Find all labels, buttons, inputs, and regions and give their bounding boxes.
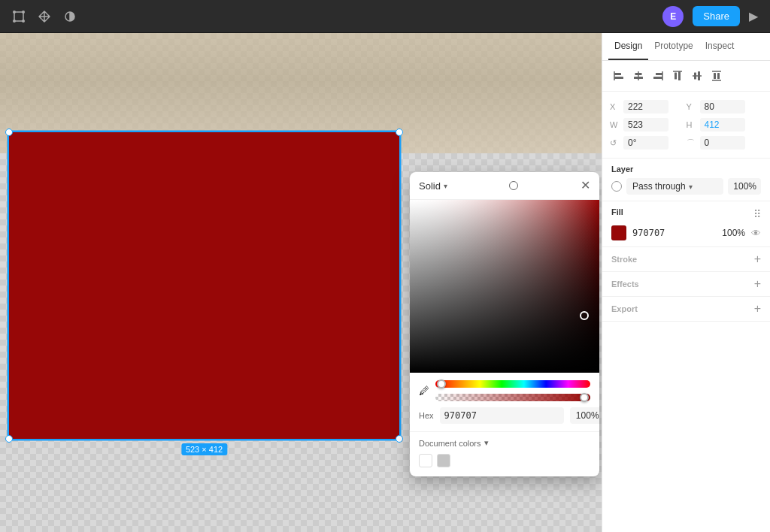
eyedropper-icon[interactable]: 🖉 [419, 385, 429, 397]
transform-icon[interactable] [12, 10, 26, 23]
prop-corner-label: ⌒ [687, 138, 697, 149]
slider-row [435, 380, 590, 401]
user-avatar: E [662, 6, 684, 27]
distribute-v-icon[interactable] [708, 67, 726, 85]
fill-section: Fill ⠿ 970707 100% 👁 [602, 201, 770, 247]
blend-mode-label: Pass through [632, 181, 686, 192]
picker-opacity-circle [509, 181, 518, 190]
fill-row: 970707 100% 👁 [611, 225, 761, 240]
prop-rotation-input[interactable] [623, 136, 668, 150]
hue-slider[interactable] [435, 380, 590, 388]
share-button[interactable]: Share [693, 6, 740, 26]
gradient-thumb[interactable] [580, 311, 589, 320]
prop-y: Y [687, 98, 763, 116]
panel-tabs: Design Prototype Inspect [602, 33, 770, 61]
svg-rect-7 [614, 77, 623, 79]
svg-rect-6 [614, 73, 621, 75]
layer-section: Layer Pass through ▾ 100% [602, 159, 770, 201]
swatch-white[interactable] [419, 454, 432, 467]
blend-chevron-icon: ▾ [689, 183, 693, 191]
handle-top-right[interactable] [396, 128, 403, 136]
play-button[interactable]: ▶ [749, 9, 758, 23]
fill-section-header: Fill ⠿ [611, 207, 761, 221]
swatch-gray[interactable] [437, 454, 450, 467]
prop-h: H [687, 116, 763, 134]
opacity-input[interactable] [570, 407, 599, 424]
toolbar-left [12, 10, 77, 23]
prop-x-label: X [610, 102, 620, 111]
doc-colors-chevron-icon: ▾ [484, 438, 489, 448]
move-icon[interactable] [38, 10, 51, 23]
fill-title: Fill [611, 207, 623, 216]
stroke-add-icon[interactable]: + [754, 253, 761, 265]
prop-rotation-label: ↺ [610, 138, 620, 148]
svg-point-1 [13, 11, 16, 14]
effects-add-icon[interactable]: + [754, 278, 761, 290]
fill-visibility-icon[interactable]: 👁 [751, 228, 761, 239]
blend-mode-selector[interactable]: Pass through ▾ [626, 178, 723, 195]
align-left-icon[interactable] [610, 67, 628, 85]
blend-mode-icon [611, 181, 622, 192]
layer-opacity-value[interactable]: 100% [728, 178, 761, 195]
export-section: Export + [602, 297, 770, 322]
svg-point-4 [22, 20, 25, 23]
prop-corner-input[interactable] [700, 136, 745, 150]
effects-header: Effects + [611, 278, 761, 290]
export-add-icon[interactable]: + [754, 303, 761, 315]
tab-design[interactable]: Design [608, 33, 648, 60]
handle-bottom-left[interactable] [5, 435, 13, 443]
prop-h-input[interactable] [700, 118, 745, 131]
prop-y-input[interactable] [700, 100, 745, 113]
hex-input[interactable] [440, 407, 564, 424]
stroke-section: Stroke + [602, 247, 770, 272]
align-right-icon[interactable] [649, 67, 667, 85]
prop-w: W [610, 116, 687, 134]
prop-w-input[interactable] [623, 118, 668, 131]
handle-bottom-right[interactable] [396, 435, 403, 443]
fill-more-icon[interactable]: ⠿ [753, 208, 761, 220]
handle-top-left[interactable] [5, 128, 13, 136]
doc-colors-label[interactable]: Document colors ▾ [419, 438, 590, 448]
align-center-h-icon[interactable] [629, 67, 647, 85]
stroke-title: Stroke [611, 255, 637, 264]
right-panel: Design Prototype Inspect [602, 33, 770, 532]
prop-x: X [610, 98, 687, 116]
hex-row: Hex [419, 407, 590, 424]
hue-thumb[interactable] [437, 379, 446, 388]
prop-w-label: W [610, 120, 620, 129]
effects-title: Effects [611, 280, 639, 289]
tab-prototype[interactable]: Prototype [648, 33, 699, 60]
contrast-icon[interactable] [63, 10, 77, 23]
prop-h-label: H [687, 120, 697, 129]
fill-color-swatch[interactable] [611, 225, 626, 240]
canvas-area[interactable]: 523 × 412 Solid ▾ ✕ 🖉 [0, 33, 602, 532]
opacity-slider[interactable] [435, 394, 590, 401]
selected-element[interactable]: 523 × 412 [8, 131, 401, 440]
picker-close-button[interactable]: ✕ [581, 180, 590, 192]
picker-sliders: 🖉 Hex [410, 373, 599, 431]
picker-tools: 🖉 [419, 380, 590, 401]
layer-title: Layer [611, 165, 761, 174]
picker-type-chevron-icon: ▾ [444, 182, 447, 190]
doc-colors-section: Document colors ▾ [410, 431, 599, 476]
prop-rotation: ↺ [610, 134, 687, 152]
svg-rect-22 [717, 73, 720, 79]
prop-y-label: Y [687, 102, 697, 111]
effects-section: Effects + [602, 272, 770, 297]
export-title: Export [611, 304, 638, 313]
prop-x-input[interactable] [623, 100, 668, 113]
align-middle-icon[interactable] [688, 67, 706, 85]
svg-rect-13 [653, 77, 662, 79]
hex-label: Hex [419, 411, 434, 420]
layer-row: Pass through ▾ 100% [611, 178, 761, 195]
svg-point-2 [22, 11, 25, 14]
stroke-header: Stroke + [611, 253, 761, 265]
picker-type-label: Solid [419, 180, 441, 192]
svg-rect-15 [675, 73, 677, 80]
tab-inspect[interactable]: Inspect [699, 33, 741, 60]
align-top-icon[interactable] [668, 67, 687, 85]
color-gradient[interactable] [410, 200, 599, 373]
fill-opacity-value: 100% [722, 228, 745, 238]
picker-type-selector[interactable]: Solid ▾ [419, 180, 447, 192]
opacity-thumb[interactable] [580, 393, 589, 402]
